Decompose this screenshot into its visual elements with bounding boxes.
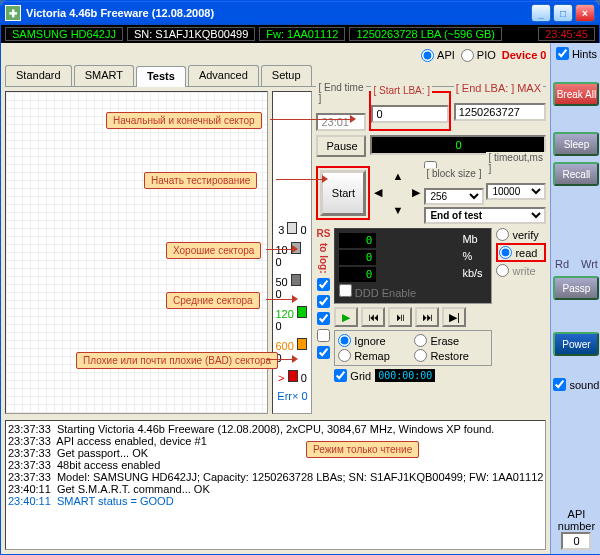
jog-control[interactable]: ▲ ◀ ▶ ▼ [374,170,420,216]
sector-grid: Начальный и конечный сектор Начать тести… [5,91,268,414]
block-600-icon [297,338,307,350]
annot-good: Хорошие сектора [166,242,261,259]
forward-button[interactable]: ⏭ [415,307,439,327]
rewind-button[interactable]: ⏮ [361,307,385,327]
end-lba-input[interactable] [454,103,547,121]
log-line: 23:37:33 API access enabled, device #1 [8,435,543,447]
log-check-5[interactable] [317,346,330,359]
clock-box: 23:45:45 [538,27,595,41]
app-icon: ✚ [5,5,21,21]
restore-radio[interactable] [414,349,427,362]
block-slow-icon [288,370,298,382]
timeout-select[interactable]: 10000 [486,183,546,200]
log-check-2[interactable] [317,295,330,308]
titlebar[interactable]: ✚ Victoria 4.46b Freeware (12.08.2008) _… [1,1,599,25]
log-line: 23:40:11 Get S.M.A.R.T. command... OK [8,483,543,495]
dde-check[interactable] [339,284,352,297]
tab-advanced[interactable]: Advanced [188,65,259,86]
block-3-icon [287,222,297,234]
log-line: 23:37:33 Model: SAMSUNG HD642JJ; Capacit… [8,471,543,483]
block-50-icon [291,274,301,286]
write-radio[interactable] [496,264,509,277]
sound-check[interactable] [553,378,566,391]
start-lba-input[interactable] [371,105,448,123]
elapsed-timer: 000:00:00 [375,369,435,382]
model-box: SAMSUNG HD642JJ [5,27,123,41]
sn-box: SN: S1AFJ1KQB00499 [127,27,255,41]
tab-tests[interactable]: Tests [136,66,186,87]
log-check-3[interactable] [317,312,330,325]
erase-radio[interactable] [414,334,427,347]
annot-mid: Средние сектора [166,292,260,309]
lba-box: 1250263728 LBA (~596 GB) [349,27,502,41]
pio-radio[interactable] [461,49,474,62]
maximize-button[interactable]: □ [553,4,573,22]
annot-readmode: Режим только чтение [306,441,419,458]
info-bar: SAMSUNG HD642JJ SN: S1AFJ1KQB00499 Fw: 1… [1,25,599,43]
end-button[interactable]: ▶| [442,307,466,327]
log-check-1[interactable] [317,278,330,291]
block-size-select[interactable]: 256 [424,188,484,205]
arrow-right-icon[interactable]: ▶ [412,186,420,199]
side-panel: Hints Break All Sleep Recall RdWrt Passp… [550,43,600,554]
annot-start: Начать тестирование [144,172,257,189]
log-line: 23:40:11 SMART status = GOOD [8,495,543,507]
break-all-button[interactable]: Break All [553,82,599,106]
recall-button[interactable]: Recall [553,162,599,186]
block-120-icon [297,306,307,318]
annot-sectors: Начальный и конечный сектор [106,112,262,129]
api-number-input[interactable] [561,532,591,550]
annot-bad: Плохие или почти плохие (BAD) сектора [76,352,278,369]
log-line: 23:37:33 48bit access enabled [8,459,543,471]
verify-radio[interactable] [496,228,509,241]
ignore-radio[interactable] [338,334,351,347]
log-line: 23:37:33 Get passport... OK [8,447,543,459]
step-button[interactable]: ⏯ [388,307,412,327]
log-panel[interactable]: Режим только чтение 23:37:33 Starting Vi… [5,420,546,550]
hints-check[interactable] [556,47,569,60]
app-window: ✚ Victoria 4.46b Freeware (12.08.2008) _… [0,0,600,555]
sleep-button[interactable]: Sleep [553,132,599,156]
window-title: Victoria 4.46b Freeware (12.08.2008) [26,7,531,19]
rs-label: RS [316,228,330,239]
pause-button[interactable]: Pause [316,135,366,157]
meters: 0Mb 0% 0kb/s DDD Enable [334,228,492,304]
api-radio[interactable] [421,49,434,62]
grid-check[interactable] [334,369,347,382]
tab-setup[interactable]: Setup [261,65,312,86]
tab-smart[interactable]: SMART [74,65,134,86]
end-time-field [316,113,366,131]
play-button[interactable]: ▶ [334,307,358,327]
read-radio[interactable] [499,246,512,259]
remap-radio[interactable] [338,349,351,362]
log-line: 23:37:33 Starting Victoria 4.46b Freewar… [8,423,543,435]
tolog-label: to log: [318,243,329,274]
arrow-left-icon[interactable]: ◀ [374,186,382,199]
fw-box: Fw: 1AA01112 [259,27,345,41]
action-select[interactable]: End of test [424,207,546,224]
arrow-down-icon[interactable]: ▼ [392,204,403,216]
api-row: API PIO Device 0 [5,47,546,63]
log-check-4[interactable] [317,329,330,342]
device-label: Device 0 [502,49,547,61]
arrow-up-icon[interactable]: ▲ [392,170,403,182]
minimize-button[interactable]: _ [531,4,551,22]
passp-button[interactable]: Passp [553,276,599,300]
power-button[interactable]: Power [553,332,599,356]
close-button[interactable]: × [575,4,595,22]
tab-standard[interactable]: Standard [5,65,72,86]
